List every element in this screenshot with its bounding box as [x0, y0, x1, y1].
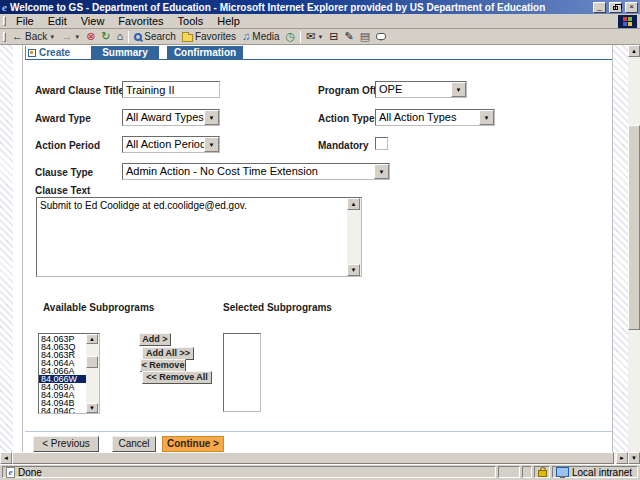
- continue-button[interactable]: Continue >: [162, 436, 224, 452]
- mandatory-label: Mandatory: [318, 140, 369, 151]
- tab-confirmation[interactable]: Confirmation: [167, 46, 243, 59]
- available-subprograms-listbox[interactable]: 84.063P84.063Q84.063R84.064A84.066A84.06…: [38, 333, 100, 414]
- add-button[interactable]: Add >: [139, 333, 171, 346]
- scroll-right-icon[interactable]: ►: [616, 452, 628, 464]
- restore-button[interactable]: [609, 2, 622, 13]
- scrollbar-thumb[interactable]: [86, 356, 98, 368]
- windows-logo-throbber: [618, 15, 637, 28]
- menu-help[interactable]: Help: [210, 15, 247, 27]
- cancel-button[interactable]: Cancel: [112, 436, 156, 452]
- scrollbar-thumb[interactable]: [628, 125, 640, 330]
- scroll-up-icon[interactable]: ▲: [628, 45, 640, 57]
- toolbar-grip[interactable]: [3, 32, 6, 42]
- action-period-select[interactable]: All Action Periods ▼: [122, 136, 220, 153]
- stop-icon: ⊗: [86, 31, 95, 42]
- clause-text-textarea[interactable]: Submit to Ed Coolidge at ed.coolidge@ed.…: [37, 198, 347, 276]
- mandatory-checkbox[interactable]: [375, 137, 388, 150]
- status-text: Done: [18, 467, 42, 478]
- print-button[interactable]: ⊟: [326, 29, 341, 44]
- menu-tools[interactable]: Tools: [171, 15, 211, 27]
- action-type-select[interactable]: All Action Types ▼: [375, 109, 495, 126]
- toolbar-separator: [128, 31, 129, 43]
- award-type-value: All Award Types: [123, 110, 204, 125]
- menu-edit[interactable]: Edit: [41, 15, 74, 27]
- previous-button[interactable]: < Previous: [33, 436, 99, 452]
- back-button[interactable]: ← Back ▼: [9, 29, 58, 44]
- intranet-zone-icon: [556, 467, 569, 477]
- home-icon: ⌂: [117, 31, 124, 42]
- tab-summary[interactable]: Summary: [91, 46, 159, 59]
- search-label: Search: [144, 31, 176, 42]
- history-icon: ◷: [286, 31, 296, 42]
- menu-grip[interactable]: [3, 16, 6, 26]
- award-clause-title-input[interactable]: [122, 81, 220, 98]
- ie-page-icon: e: [6, 467, 15, 478]
- media-icon: ♫: [242, 31, 250, 42]
- minimize-button[interactable]: _: [593, 2, 606, 13]
- status-empty-panel: [498, 466, 520, 478]
- scroll-down-icon[interactable]: ▼: [86, 403, 98, 413]
- clause-type-label: Clause Type: [35, 167, 93, 178]
- tab-summary-label: Summary: [102, 47, 148, 58]
- chevron-down-icon[interactable]: ▼: [374, 164, 389, 179]
- zone-label: Local intranet: [572, 467, 632, 478]
- tab-create[interactable]: Create: [26, 46, 88, 59]
- tab-confirmation-label: Confirmation: [174, 47, 236, 58]
- page-content: Create Summary Confirmation Award Clause…: [0, 45, 628, 452]
- clause-type-value: Admin Action - No Cost Time Extension: [123, 164, 374, 179]
- history-button[interactable]: ◷: [283, 29, 299, 44]
- forward-button[interactable]: → ▼: [58, 29, 83, 44]
- award-type-select[interactable]: All Award Types ▼: [122, 109, 220, 126]
- right-border-line: [612, 45, 613, 452]
- list-item[interactable]: 84.094C: [39, 407, 86, 413]
- refresh-button[interactable]: ↻: [98, 29, 113, 44]
- refresh-icon: ↻: [101, 31, 110, 42]
- chevron-down-icon[interactable]: ▼: [479, 110, 494, 125]
- menu-view[interactable]: View: [74, 15, 112, 27]
- create-tab-icon: [28, 49, 36, 57]
- horizontal-scrollbar[interactable]: ◄ ►: [0, 452, 628, 464]
- selected-subprograms-listbox[interactable]: [223, 333, 261, 412]
- chevron-down-icon[interactable]: ▼: [204, 137, 219, 152]
- ie-icon: e: [2, 2, 7, 12]
- remove-all-button[interactable]: << Remove All: [142, 371, 212, 384]
- messenger-button[interactable]: [373, 29, 389, 44]
- edit-button[interactable]: ✎: [342, 29, 357, 44]
- action-type-value: All Action Types: [376, 110, 479, 125]
- status-empty-panel: [522, 466, 532, 478]
- stop-button[interactable]: ⊗: [83, 29, 98, 44]
- scroll-left-icon[interactable]: ◄: [0, 452, 12, 464]
- action-period-value: All Action Periods: [123, 137, 204, 152]
- scroll-down-icon[interactable]: ▼: [347, 264, 360, 276]
- back-icon: ←: [12, 31, 23, 42]
- available-subprograms-items: 84.063P84.063Q84.063R84.064A84.066A84.06…: [39, 334, 86, 413]
- favorites-label: Favorites: [195, 31, 236, 42]
- program-office-select[interactable]: OPE ▼: [375, 81, 467, 98]
- media-button[interactable]: ♫ Media: [239, 29, 283, 44]
- tab-underline: [25, 59, 612, 60]
- scroll-up-icon[interactable]: ▲: [347, 198, 360, 210]
- status-message-panel: e Done: [2, 466, 496, 478]
- back-dropdown-icon: ▼: [49, 34, 55, 40]
- status-lock-panel: [534, 466, 550, 478]
- close-button[interactable]: ×: [625, 2, 638, 13]
- chevron-down-icon[interactable]: ▼: [204, 110, 219, 125]
- listbox-scrollbar[interactable]: ▲ ▼: [86, 334, 99, 413]
- menu-file[interactable]: File: [9, 15, 41, 27]
- toolbar: ← Back ▼ → ▼ ⊗ ↻ ⌂ Search Favorites ♫ Me…: [0, 29, 640, 45]
- scrollbar-thumb[interactable]: [12, 452, 614, 464]
- mail-button[interactable]: ✉ ▼: [303, 29, 326, 44]
- chevron-down-icon[interactable]: ▼: [451, 82, 466, 97]
- home-button[interactable]: ⌂: [114, 29, 127, 44]
- menu-favorites[interactable]: Favorites: [111, 15, 170, 27]
- favorites-button[interactable]: Favorites: [179, 29, 239, 44]
- textarea-scrollbar[interactable]: ▲ ▼: [347, 198, 361, 276]
- discuss-button[interactable]: ▤: [357, 29, 373, 44]
- tab-create-label: Create: [39, 47, 70, 58]
- vertical-scrollbar[interactable]: ▲ ▼: [628, 45, 640, 464]
- edit-icon: ✎: [345, 31, 354, 42]
- clause-type-select[interactable]: Admin Action - No Cost Time Extension ▼: [122, 163, 390, 180]
- scroll-down-icon[interactable]: ▼: [628, 452, 640, 464]
- scroll-up-icon[interactable]: ▲: [86, 334, 98, 344]
- search-button[interactable]: Search: [131, 29, 179, 44]
